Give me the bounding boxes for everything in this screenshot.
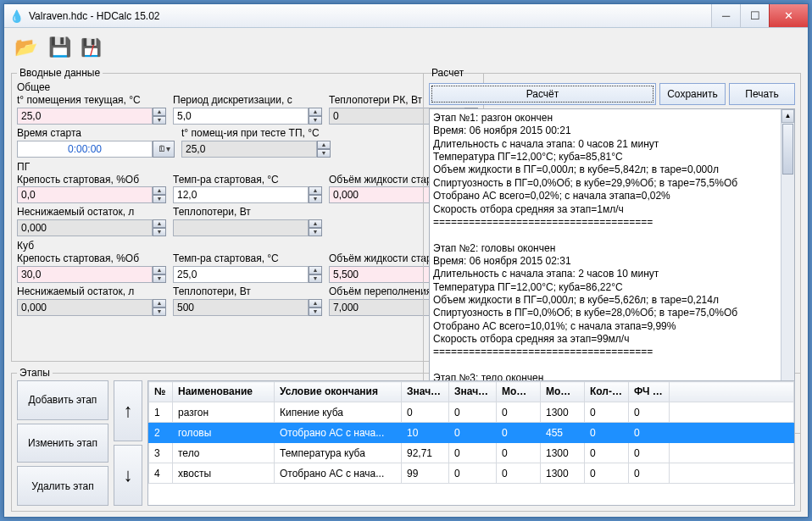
cell[interactable]: 0 <box>449 402 497 423</box>
window-title: Valraven.hdc - HDCalc 15.02 <box>29 10 711 22</box>
cell[interactable]: 0 <box>497 423 541 443</box>
column-header[interactable]: Мощно куба <box>541 382 585 402</box>
column-header[interactable]: Мощно ПГ <box>497 382 541 402</box>
stages-legend: Этапы <box>17 367 53 379</box>
cell[interactable]: 2 <box>149 423 173 443</box>
move-up-button[interactable]: ↑ <box>114 380 142 441</box>
edit-stage-button[interactable]: Изменить этап <box>17 424 108 463</box>
input-t-room[interactable] <box>17 108 153 125</box>
column-header[interactable]: Кол-во ТТ в РК <box>585 382 629 402</box>
edit-icon[interactable]: 💾/ <box>79 35 108 60</box>
label-kub-nonred: Неснижаемый остаток, л <box>17 286 166 298</box>
label-pg-heatloss: Теплопотери, Вт <box>173 207 322 219</box>
label-t-room: t° помещения текущая, °C <box>17 95 166 107</box>
label-t-room-test: t° помещ-ия при тесте ТП, °C <box>181 128 331 140</box>
table-row[interactable]: 3телоТемпература куба92,7100130000 <box>149 443 794 463</box>
cell[interactable]: 10 <box>402 423 449 443</box>
maximize-button[interactable]: ☐ <box>740 4 769 27</box>
cell[interactable]: 0 <box>497 402 541 423</box>
cell[interactable]: 92,71 <box>402 443 449 463</box>
input-t-room-test <box>181 141 317 158</box>
add-stage-button[interactable]: Добавить этап <box>17 380 108 420</box>
stages-table-wrap[interactable]: №НаименованиеУсловие окончанияЗначен 1Зн… <box>147 380 795 506</box>
scroll-up-icon[interactable]: ▲ <box>781 109 794 123</box>
save-button[interactable]: Сохранить <box>659 83 726 105</box>
spinner[interactable]: ▲▼ <box>153 108 166 125</box>
kub-label: Куб <box>17 240 478 252</box>
cell[interactable]: Отобрано АС с нача... <box>275 423 402 443</box>
cell[interactable]: 0 <box>629 423 670 443</box>
scroll-thumb[interactable] <box>782 124 793 175</box>
cell[interactable]: 0 <box>449 443 497 463</box>
column-header[interactable]: Наименование <box>173 382 275 402</box>
input-fieldset: Вводные данные Общее t° помещения текуща… <box>11 67 484 362</box>
cell[interactable]: 0 <box>629 463 670 484</box>
cell[interactable]: головы <box>173 423 275 443</box>
cell[interactable]: 0 <box>585 423 629 443</box>
cell[interactable]: тело <box>173 443 275 463</box>
input-pg-strength[interactable] <box>17 186 153 203</box>
open-icon[interactable]: 📂 <box>11 35 40 60</box>
spinner[interactable]: ▲▼ <box>309 108 322 125</box>
input-pg-heatloss <box>173 219 309 236</box>
input-discret[interactable] <box>173 108 309 125</box>
input-kub-strength[interactable] <box>17 266 153 283</box>
input-pg-temp[interactable] <box>173 186 309 203</box>
cell[interactable]: 0 <box>497 443 541 463</box>
cell[interactable]: разгон <box>173 402 275 423</box>
minimize-button[interactable]: ─ <box>711 4 740 27</box>
cell[interactable]: Температура куба <box>275 443 402 463</box>
column-header[interactable]: Значен 1 <box>402 382 449 402</box>
log-scrollbar[interactable]: ▲ ▼ <box>781 109 794 427</box>
cell[interactable]: Кипение куба <box>275 402 402 423</box>
cell[interactable]: 455 <box>541 423 585 443</box>
cell[interactable]: хвосты <box>173 463 275 484</box>
calc-fieldset: Расчет Расчёт Сохранить Печать Этап №1: … <box>423 67 801 434</box>
cell[interactable]: 0 <box>497 463 541 484</box>
label-kub-heatloss: Теплопотери, Вт <box>173 286 322 298</box>
print-button[interactable]: Печать <box>729 83 795 105</box>
table-row[interactable]: 2головыОтобрано АС с нача...100045500 <box>149 423 794 443</box>
cell[interactable]: 1300 <box>541 463 585 484</box>
cell[interactable]: 1300 <box>541 443 585 463</box>
column-header[interactable]: Условие окончания <box>275 382 402 402</box>
label-pg-temp: Темп-ра стартовая, °C <box>173 175 322 186</box>
cell[interactable]: 1 <box>149 402 173 423</box>
cell[interactable]: 0 <box>449 463 497 484</box>
input-kub-nonred <box>17 299 153 316</box>
stages-fieldset: Этапы Добавить этап Изменить этап Удалит… <box>11 367 801 512</box>
column-header[interactable]: № <box>149 382 173 402</box>
cell[interactable]: 0 <box>585 463 629 484</box>
calc-button[interactable]: Расчёт <box>429 83 656 105</box>
cell[interactable]: 3 <box>149 443 173 463</box>
input-kub-temp[interactable] <box>173 266 309 283</box>
label-kub-temp: Темп-ра стартовая, °C <box>173 253 322 265</box>
cell[interactable]: Отобрано АС с нача... <box>275 463 402 484</box>
pg-label: ПГ <box>17 161 478 173</box>
table-row[interactable]: 4хвостыОтобрано АС с нача...9900130000 <box>149 463 794 484</box>
label-discret: Период дискретизации, с <box>173 95 322 107</box>
cell[interactable]: 99 <box>402 463 449 484</box>
general-label: Общее <box>17 81 478 93</box>
cell[interactable]: 0 <box>585 443 629 463</box>
cell[interactable]: 0 <box>449 423 497 443</box>
delete-stage-button[interactable]: Удалить этап <box>17 466 108 506</box>
cell[interactable]: 0 <box>402 402 449 423</box>
save-icon[interactable]: 💾 <box>45 35 74 60</box>
table-row[interactable]: 1разгонКипение куба000130000 <box>149 402 794 423</box>
cell[interactable]: 4 <box>149 463 173 484</box>
log-text: Этап №1: разгон окончен Время: 06 ноября… <box>433 112 737 397</box>
close-button[interactable]: ✕ <box>769 4 808 27</box>
input-pg-nonred <box>17 219 153 236</box>
cell[interactable]: 0 <box>629 402 670 423</box>
spinner[interactable]: ▲▼ <box>317 141 331 158</box>
cell[interactable]: 0 <box>585 402 629 423</box>
column-header[interactable]: Значен 2 <box>449 382 497 402</box>
move-down-button[interactable]: ↓ <box>114 445 142 506</box>
cell[interactable]: 1300 <box>541 402 585 423</box>
column-header[interactable]: ФЧ в РК <box>629 382 670 402</box>
label-start-time: Время старта <box>17 128 175 140</box>
input-start-time[interactable] <box>17 141 153 158</box>
cell[interactable]: 0 <box>629 443 670 463</box>
titlebar: 💧 Valraven.hdc - HDCalc 15.02 ─ ☐ ✕ <box>4 4 808 28</box>
